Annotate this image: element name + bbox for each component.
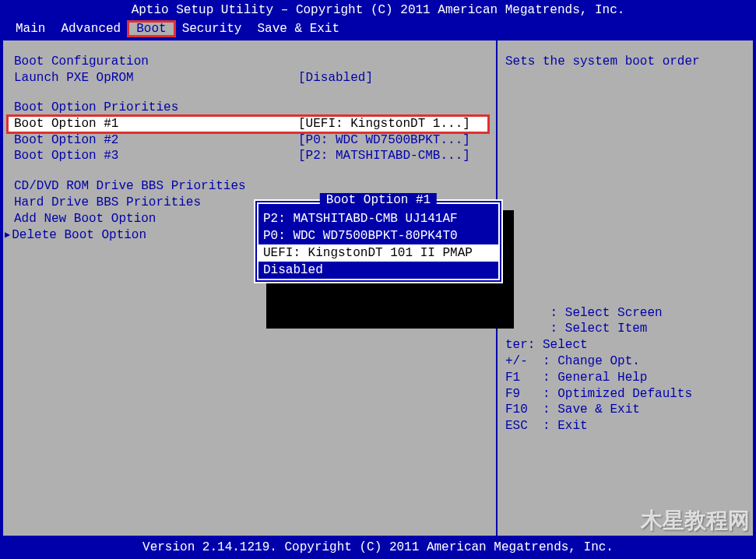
popup-item-1[interactable]: P0: WDC WD7500BPKT-80PK4T0 xyxy=(258,227,498,244)
option-value: [P2: MATSHITABD-CMB...] xyxy=(298,148,488,164)
option-value: [P0: WDC WD7500BPKT...] xyxy=(298,132,488,149)
content-area: Boot Configuration Launch PXE OpROM [Dis… xyxy=(0,40,756,536)
footer-bar: Version 2.14.1219. Copyright (C) 2011 Am… xyxy=(0,536,756,559)
help-line: +/- : Change Opt. xyxy=(505,353,745,370)
option-value: [UEFI: KingstonDT 1...] xyxy=(298,116,488,132)
menu-cddvd-priorities[interactable]: CD/DVD ROM Drive BBS Priorities xyxy=(14,178,488,195)
popup-title: Boot Option #1 xyxy=(320,193,437,207)
tab-main[interactable]: Main xyxy=(8,22,53,36)
footer-text: Version 2.14.1219. Copyright (C) 2011 Am… xyxy=(142,540,614,554)
section-boot-priorities: Boot Option Priorities xyxy=(14,100,488,114)
menu-bar: Main Advanced Boot Security Save & Exit xyxy=(0,20,756,40)
option-label: Boot Option #2 xyxy=(14,132,298,149)
tab-boot[interactable]: Boot xyxy=(128,22,174,36)
help-description: Sets the system boot order xyxy=(505,54,745,69)
help-line: F1 : General Help xyxy=(505,370,745,386)
title-bar: Aptio Setup Utility – Copyright (C) 2011… xyxy=(0,0,756,20)
section-boot-config: Boot Configuration xyxy=(14,54,488,69)
option-label: Boot Option #1 xyxy=(14,116,298,132)
option-label: Launch PXE OpROM xyxy=(14,70,298,86)
right-panel: Sets the system boot order : Select Scre… xyxy=(496,40,753,536)
boot-option-2[interactable]: Boot Option #2 [P0: WDC WD7500BPKT...] xyxy=(14,132,488,149)
app-title: Aptio Setup Utility – Copyright (C) 2011… xyxy=(132,3,625,17)
help-line: F10 : Save & Exit xyxy=(505,402,745,418)
tab-save-exit[interactable]: Save & Exit xyxy=(249,22,347,36)
popup-item-0[interactable]: P2: MATSHITABD-CMB UJ141AF xyxy=(258,210,498,227)
chevron-right-icon: ▶ xyxy=(5,229,10,241)
option-value: [Disabled] xyxy=(298,70,488,86)
popup-item-3[interactable]: Disabled xyxy=(258,262,498,279)
popup-item-2[interactable]: UEFI: KingstonDT 101 II PMAP xyxy=(258,244,498,262)
key-help: : Select Screen : Select Item ter: Selec… xyxy=(505,305,745,434)
tab-security[interactable]: Security xyxy=(174,22,250,36)
help-line: ESC : Exit xyxy=(505,418,745,434)
option-label: Boot Option #3 xyxy=(14,148,298,164)
help-line: : Select Item xyxy=(505,321,745,337)
help-line: ter: Select xyxy=(505,337,745,353)
tab-advanced[interactable]: Advanced xyxy=(53,22,128,36)
boot-option-3[interactable]: Boot Option #3 [P2: MATSHITABD-CMB...] xyxy=(14,148,488,164)
left-panel: Boot Configuration Launch PXE OpROM [Dis… xyxy=(3,40,496,536)
menu-delete-boot-option[interactable]: Delete Boot Option xyxy=(12,227,146,244)
boot-option-popup: Boot Option #1 P2: MATSHITABD-CMB UJ141A… xyxy=(254,199,503,283)
option-launch-pxe[interactable]: Launch PXE OpROM [Disabled] xyxy=(14,70,488,86)
help-line: : Select Screen xyxy=(505,305,745,322)
boot-option-1[interactable]: Boot Option #1 [UEFI: KingstonDT 1...] xyxy=(8,116,488,132)
help-line: F9 : Optimized Defaults xyxy=(505,386,745,403)
